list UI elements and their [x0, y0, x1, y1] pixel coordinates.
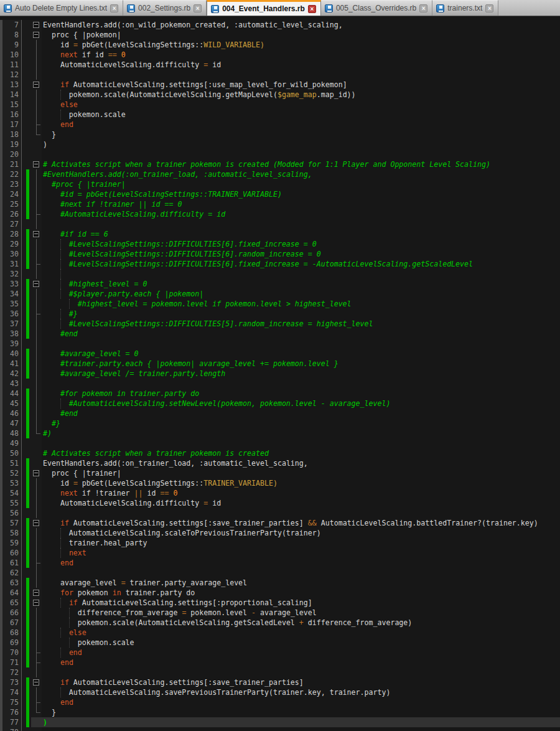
line-number[interactable]: 39 [2, 339, 22, 349]
code-text[interactable]: end [42, 658, 560, 667]
line-number[interactable]: 69 [2, 638, 22, 648]
code-line[interactable]: 57 if AutomaticLevelScaling.settings[:sa… [0, 518, 560, 528]
code-text[interactable] [42, 379, 560, 389]
code-text[interactable]: end [42, 120, 560, 130]
code-line[interactable]: 49 [0, 438, 560, 448]
code-line[interactable]: 35 #highest_level = pokemon.level if pok… [0, 299, 560, 309]
code-text[interactable]: #avarage_level = 0 [42, 349, 560, 359]
code-text[interactable]: #end [42, 408, 560, 418]
line-number[interactable]: 17 [2, 120, 22, 130]
code-line[interactable]: 28 #if id == 6 [0, 229, 560, 239]
line-number[interactable]: 59 [2, 538, 22, 548]
line-number[interactable]: 12 [2, 70, 22, 80]
code-text[interactable]: next if id == 0 [42, 50, 560, 60]
fold-collapse-icon[interactable] [33, 470, 39, 476]
line-number[interactable]: 63 [2, 578, 22, 588]
code-text[interactable]: #trainer.party.each { |pokemon| avarage_… [42, 359, 560, 369]
line-number[interactable]: 47 [2, 418, 22, 428]
editor[interactable]: 7EventHandlers.add(:on_wild_pokemon_crea… [0, 16, 560, 731]
line-number[interactable]: 55 [2, 498, 22, 508]
close-tab-icon[interactable]: × [110, 4, 118, 12]
code-line[interactable]: 67 pokemon.scale(AutomaticLevelScaling.g… [0, 618, 560, 628]
tab-trainers-txt[interactable]: trainers.txt× [432, 0, 498, 16]
code-line[interactable]: 18 } [0, 130, 560, 139]
code-line[interactable]: 33 #highest_level = 0 [0, 279, 560, 289]
line-number[interactable]: 48 [2, 428, 22, 438]
code-line[interactable]: 41 #trainer.party.each { |pokemon| avara… [0, 359, 560, 369]
code-text[interactable]: ) [42, 717, 560, 727]
line-number[interactable]: 29 [2, 239, 22, 249]
line-number[interactable]: 67 [2, 618, 22, 628]
line-number[interactable]: 43 [2, 379, 22, 389]
code-text[interactable]: #LevelScalingSettings::DIFFICULTIES[5].r… [42, 319, 560, 329]
line-number[interactable]: 53 [2, 478, 22, 488]
code-text[interactable]: pokemon.scale [42, 110, 560, 120]
code-text[interactable]: else [42, 100, 560, 110]
code-line[interactable]: 65 if AutomaticLevelScaling.settings[:pr… [0, 598, 560, 608]
code-line[interactable]: 66 difference_from_average = pokemon.lev… [0, 608, 560, 618]
line-number[interactable]: 75 [2, 697, 22, 707]
code-text[interactable]: } [42, 707, 560, 717]
fold-collapse-icon[interactable] [33, 679, 39, 686]
code-line[interactable]: 16 pokemon.scale [0, 110, 560, 120]
line-number[interactable]: 18 [2, 130, 22, 139]
line-number[interactable]: 32 [2, 269, 22, 279]
code-text[interactable]: #LevelScalingSettings::DIFFICULTIES[6].r… [42, 249, 560, 259]
code-line[interactable]: 78 [0, 727, 560, 731]
fold-collapse-icon[interactable] [33, 32, 39, 38]
code-text[interactable]: #next if !trainer || id == 0 [42, 199, 560, 209]
code-text[interactable]: ) [42, 139, 560, 149]
code-line[interactable]: 30 #LevelScalingSettings::DIFFICULTIES[6… [0, 249, 560, 259]
code-line[interactable]: 51EventHandlers.add(:on_trainer_load, :a… [0, 458, 560, 468]
line-number[interactable]: 44 [2, 389, 22, 399]
code-text[interactable]: #avarage_level /= trainer.party.length [42, 369, 560, 379]
code-line[interactable]: 19) [0, 139, 560, 149]
close-tab-icon[interactable]: × [308, 5, 316, 13]
line-number[interactable]: 76 [2, 707, 22, 717]
code-text[interactable]: #AutomaticLevelScaling.setNewLevel(pokem… [42, 399, 560, 408]
code-line[interactable]: 75 end [0, 697, 560, 707]
code-text[interactable]: #end [42, 329, 560, 339]
code-text[interactable]: #highest_level = 0 [42, 279, 560, 289]
line-number[interactable]: 60 [2, 548, 22, 558]
code-line[interactable]: 39 [0, 339, 560, 349]
line-number[interactable]: 65 [2, 598, 22, 608]
line-number[interactable]: 10 [2, 50, 22, 60]
code-text[interactable] [42, 568, 560, 578]
line-number[interactable]: 41 [2, 359, 22, 369]
code-text[interactable]: #if id == 6 [42, 229, 560, 239]
line-number[interactable]: 46 [2, 408, 22, 418]
code-text[interactable]: id = pbGet(LevelScalingSettings::WILD_VA… [42, 40, 560, 50]
code-line[interactable]: 26 #AutomaticLevelScaling.difficulty = i… [0, 209, 560, 219]
code-line[interactable]: 76 } [0, 707, 560, 717]
line-number[interactable]: 26 [2, 209, 22, 219]
line-number[interactable]: 68 [2, 628, 22, 638]
code-line[interactable]: 55 AutomaticLevelScaling.difficulty = id [0, 498, 560, 508]
code-line[interactable]: 63 avarage_level = trainer.party_avarage… [0, 578, 560, 588]
line-number[interactable]: 71 [2, 658, 22, 667]
code-text[interactable]: if AutomaticLevelScaling.settings[:use_m… [42, 80, 560, 90]
code-text[interactable]: AutomaticLevelScaling.scaleToPreviousTra… [42, 528, 560, 538]
code-line[interactable]: 77) [0, 717, 560, 727]
tab-002_settings-rb[interactable]: 002_Settings.rb× [123, 0, 207, 16]
code-line[interactable]: 13 if AutomaticLevelScaling.settings[:us… [0, 80, 560, 90]
code-line[interactable]: 46 #end [0, 408, 560, 418]
line-number[interactable]: 36 [2, 309, 22, 319]
code-text[interactable]: EventHandlers.add(:on_wild_pokemon_creat… [42, 20, 560, 30]
code-line[interactable]: 74 AutomaticLevelScaling.savePreviousTra… [0, 687, 560, 697]
code-line[interactable]: 8 proc { |pokemon| [0, 30, 560, 40]
code-text[interactable]: #proc { |trainer| [42, 179, 560, 189]
line-number[interactable]: 25 [2, 199, 22, 209]
code-line[interactable]: 60 next [0, 548, 560, 558]
code-line[interactable]: 23 #proc { |trainer| [0, 179, 560, 189]
code-line[interactable]: 37 #LevelScalingSettings::DIFFICULTIES[5… [0, 319, 560, 329]
code-text[interactable]: trainer.heal_party [42, 538, 560, 548]
code-line[interactable]: 59 trainer.heal_party [0, 538, 560, 548]
code-text[interactable]: id = pbGet(LevelScalingSettings::TRAINER… [42, 478, 560, 488]
code-line[interactable]: 68 else [0, 628, 560, 638]
fold-collapse-icon[interactable] [33, 161, 39, 167]
tab-004_event_handlers-rb[interactable]: 004_Event_Handlers.rb× [207, 0, 321, 16]
code-text[interactable]: end [42, 648, 560, 658]
code-line[interactable]: 20 [0, 149, 560, 159]
code-line[interactable]: 47 #} [0, 418, 560, 428]
